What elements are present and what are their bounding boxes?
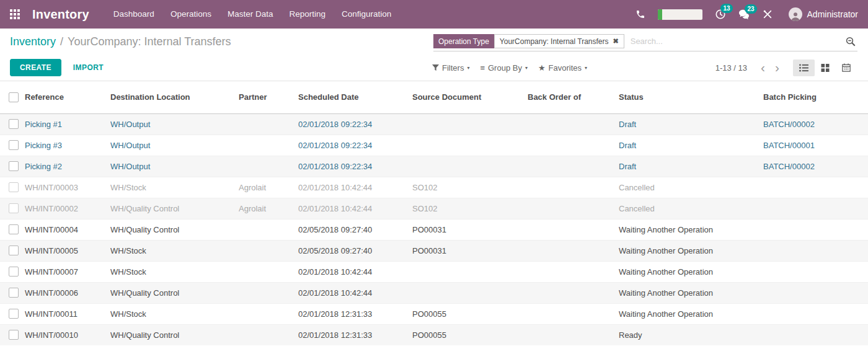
cell-back-order-of — [528, 324, 619, 345]
records-table: Reference Destination Location Partner S… — [0, 81, 868, 345]
cell-status: Cancelled — [619, 177, 763, 198]
facet-value-text: YourCompany: Internal Transfers — [500, 37, 609, 46]
cell-back-order-of — [528, 177, 619, 198]
cell-partner — [239, 303, 298, 324]
filters-caret-icon: ▾ — [467, 65, 469, 71]
cell-destination-location: WH/Stock — [110, 261, 239, 282]
app-name[interactable]: Inventory — [32, 7, 89, 22]
column-header-reference[interactable]: Reference — [25, 81, 110, 113]
row-checkbox[interactable] — [9, 288, 19, 298]
breadcrumb-separator: / — [60, 35, 63, 48]
pager-next-button[interactable]: › — [770, 61, 784, 74]
calendar-view-button[interactable] — [836, 59, 857, 76]
timer-widget[interactable] — [658, 9, 702, 20]
row-checkbox[interactable] — [9, 224, 19, 234]
row-checkbox[interactable] — [9, 182, 19, 192]
row-checkbox[interactable] — [9, 119, 19, 129]
list-view: Reference Destination Location Partner S… — [0, 81, 868, 345]
table-row[interactable]: WH/INT/00002 WH/Quality Control Agrolait… — [0, 198, 868, 219]
cell-destination-location: WH/Stock — [110, 240, 239, 261]
cell-scheduled-date: 02/05/2018 09:27:40 — [298, 219, 412, 240]
cell-source-document: PO00031 — [412, 240, 528, 261]
table-row[interactable]: WH/INT/00007 WH/Stock 02/01/2018 10:42:4… — [0, 261, 868, 282]
cell-batch-picking — [763, 177, 868, 198]
remove-facet-icon[interactable]: ✖ — [613, 37, 619, 45]
cell-partner — [239, 135, 298, 156]
cell-destination-location: WH/Output — [110, 156, 239, 177]
cell-reference: WH/INT/00006 — [25, 282, 110, 303]
table-row[interactable]: WH/INT/00011 WH/Stock 02/01/2018 12:31:3… — [0, 303, 868, 324]
breadcrumb-parent-link[interactable]: Inventory — [10, 35, 56, 48]
menu-reporting[interactable]: Reporting — [281, 0, 334, 29]
cell-back-order-of — [528, 198, 619, 219]
phone-button[interactable] — [636, 9, 645, 19]
column-header-back-order-of[interactable]: Back Order of — [528, 81, 619, 113]
favorites-caret-icon: ▾ — [585, 65, 587, 71]
row-checkbox[interactable] — [9, 267, 19, 277]
row-checkbox[interactable] — [9, 203, 19, 213]
group-by-dropdown[interactable]: ≡ Group By ▾ — [480, 63, 528, 73]
menu-dashboard[interactable]: Dashboard — [105, 0, 162, 29]
row-checkbox[interactable] — [9, 161, 19, 171]
column-header-status[interactable]: Status — [619, 81, 763, 113]
kanban-view-button[interactable] — [815, 60, 836, 76]
row-checkbox[interactable] — [9, 246, 19, 255]
control-panel-bottom: CREATE IMPORT Filters ▾ ≡ Group By ▾ ★ F… — [0, 55, 868, 81]
column-header-scheduled-date[interactable]: Scheduled Date — [298, 81, 412, 113]
row-checkbox[interactable] — [9, 330, 19, 340]
select-all-checkbox[interactable] — [9, 92, 19, 102]
filter-funnel-icon — [432, 64, 439, 71]
activities-button[interactable]: 13 — [715, 9, 726, 20]
avatar — [789, 7, 802, 21]
row-checkbox-cell — [0, 177, 25, 198]
search-view: Operation Type YourCompany: Internal Tra… — [433, 32, 857, 51]
cell-batch-picking — [763, 219, 868, 240]
column-header-partner[interactable]: Partner — [239, 81, 298, 113]
table-row[interactable]: WH/INT/00006 WH/Quality Control 02/01/20… — [0, 282, 868, 303]
apps-menu-button[interactable] — [0, 0, 30, 29]
favorites-dropdown[interactable]: ★ Favorites ▾ — [538, 63, 587, 73]
activities-badge: 13 — [720, 4, 732, 13]
timer-indicator — [658, 9, 662, 20]
support-tools-button[interactable] — [763, 9, 773, 19]
cell-status: Draft — [619, 135, 763, 156]
cell-source-document: PO00055 — [412, 324, 528, 345]
row-checkbox-cell — [0, 324, 25, 345]
cell-reference: Picking #2 — [25, 156, 110, 177]
cell-reference: WH/INT/00002 — [25, 198, 110, 219]
messages-button[interactable]: 23 — [738, 9, 750, 20]
table-row[interactable]: WH/INT/00005 WH/Stock 02/05/2018 09:27:4… — [0, 240, 868, 261]
table-row[interactable]: WH/INT/00010 WH/Quality Control 02/01/20… — [0, 324, 868, 345]
table-row[interactable]: Picking #2 WH/Output 02/01/2018 09:22:34… — [0, 156, 868, 177]
create-button[interactable]: CREATE — [10, 59, 61, 76]
row-checkbox[interactable] — [9, 140, 19, 150]
table-row[interactable]: Picking #3 WH/Output 02/01/2018 09:22:34… — [0, 135, 868, 156]
menu-configuration[interactable]: Configuration — [334, 0, 399, 29]
cell-batch-picking: BATCH/00001 — [763, 135, 868, 156]
import-button[interactable]: IMPORT — [69, 63, 107, 73]
cell-scheduled-date: 02/01/2018 09:22:34 — [298, 156, 412, 177]
column-header-batch-picking[interactable]: Batch Picking — [763, 81, 868, 113]
table-row[interactable]: Picking #1 WH/Output 02/01/2018 09:22:34… — [0, 113, 868, 135]
column-header-destination-location[interactable]: Destination Location — [110, 81, 239, 113]
user-menu[interactable]: Administrator — [789, 7, 858, 21]
row-checkbox[interactable] — [9, 309, 19, 319]
cell-destination-location: WH/Stock — [110, 303, 239, 324]
group-by-caret-icon: ▾ — [525, 65, 528, 71]
table-row[interactable]: WH/INT/00003 WH/Stock Agrolait 02/01/201… — [0, 177, 868, 198]
pager-previous-button[interactable]: ‹ — [756, 61, 770, 74]
search-input[interactable] — [629, 36, 845, 46]
cell-batch-picking — [763, 198, 868, 219]
menu-master-data[interactable]: Master Data — [219, 0, 281, 29]
cell-partner — [239, 113, 298, 135]
table-row[interactable]: WH/INT/00004 WH/Quality Control 02/05/20… — [0, 219, 868, 240]
column-header-source-document[interactable]: Source Document — [412, 81, 528, 113]
filters-dropdown[interactable]: Filters ▾ — [432, 63, 469, 73]
menu-operations[interactable]: Operations — [162, 0, 219, 29]
list-view-button[interactable] — [793, 60, 815, 76]
cell-batch-picking: BATCH/00002 — [763, 156, 868, 177]
cell-batch-picking — [763, 261, 868, 282]
cell-source-document: SO102 — [412, 198, 528, 219]
cell-partner: Agrolait — [239, 198, 298, 219]
search-icon[interactable] — [845, 36, 856, 47]
